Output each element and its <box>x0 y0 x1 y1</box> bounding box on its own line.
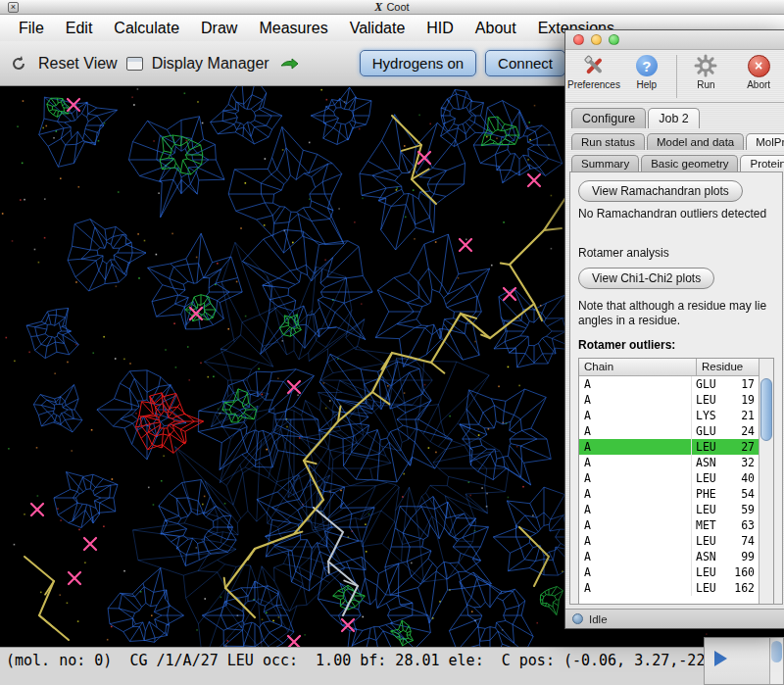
residue-cell: LEU 19 <box>692 392 759 408</box>
table-row[interactable]: A LEU 162 <box>579 580 759 596</box>
residue-number: 74 <box>731 533 755 549</box>
tab-model-and-data[interactable]: Model and data <box>647 133 744 150</box>
residue-cell: LEU 59 <box>692 502 759 517</box>
molprobity-tab-row: Summary Basic geometry Protein C <box>565 150 784 171</box>
residue-number: 40 <box>731 470 755 486</box>
display-manager-icon[interactable] <box>126 57 143 71</box>
table-row[interactable]: A LEU 27 <box>579 439 759 455</box>
tab-basic-geometry[interactable]: Basic geometry <box>641 155 738 171</box>
menu-item[interactable]: File <box>8 20 55 37</box>
table-row[interactable]: A LEU 74 <box>579 533 759 549</box>
run-button[interactable]: Run <box>680 53 733 90</box>
menu-item[interactable]: Validate <box>339 20 416 37</box>
tab-summary[interactable]: Summary <box>571 155 639 171</box>
protein-panel: View Ramachandran plots No Ramachandran … <box>569 171 783 605</box>
background-window-panel <box>705 638 769 684</box>
table-scrollbar[interactable] <box>759 359 773 604</box>
rotamer-analysis-label: Rotamer analysis <box>578 246 774 260</box>
job-tab-row: Run status Model and data MolProbity <box>565 128 784 150</box>
residue-cell: LYS 21 <box>692 408 759 423</box>
help-label: Help <box>636 79 657 90</box>
residue-number: 99 <box>731 549 755 564</box>
rotamer-table-body: A GLU 17 A LEU 19 <box>579 376 759 596</box>
abort-button[interactable]: × Abort <box>732 53 784 90</box>
residue-name: PHE <box>696 486 731 502</box>
residue-name: ASN <box>696 549 731 564</box>
atom-status-bar: (mol. no: 0) CG /1/A/27 LEU occ: 1.00 bf… <box>0 647 784 685</box>
tab-protein[interactable]: Protein <box>740 155 784 171</box>
table-row[interactable]: A MET 63 <box>579 517 759 533</box>
dialog-title-bar[interactable] <box>565 30 784 50</box>
display-manager-button[interactable]: Display Manager <box>152 55 270 73</box>
residue-name: LEU <box>696 392 731 408</box>
residue-cell: LEU 27 <box>692 439 759 455</box>
chain-cell: A <box>579 455 692 470</box>
close-traffic-light[interactable] <box>573 34 584 45</box>
main-title-bar[interactable]: × X Coot <box>0 0 784 15</box>
table-row[interactable]: A LEU 160 <box>579 564 759 580</box>
view-ramachandran-plots-button[interactable]: View Ramachandran plots <box>578 180 743 202</box>
background-scrollbar[interactable] <box>769 638 783 684</box>
chain-cell: A <box>579 533 692 549</box>
menu-item[interactable]: Edit <box>55 20 104 37</box>
residue-cell: LEU 40 <box>692 470 759 486</box>
table-row[interactable]: A LEU 19 <box>579 392 759 408</box>
table-row[interactable]: A ASN 32 <box>579 455 759 470</box>
tab-molprobity[interactable]: MolProbity <box>746 133 784 150</box>
chain-column-header[interactable]: Chain <box>579 359 697 375</box>
table-row[interactable]: A LEU 40 <box>579 470 759 486</box>
menu-item[interactable]: Draw <box>190 20 248 37</box>
table-scrollbar-thumb[interactable] <box>760 378 772 441</box>
table-row[interactable]: A GLU 24 <box>579 423 759 439</box>
tools-icon <box>581 53 607 78</box>
window-title: Coot <box>386 1 409 13</box>
residue-cell: GLU 17 <box>692 376 759 392</box>
table-row[interactable]: A LYS 21 <box>579 408 759 423</box>
screen: × X Coot FileEditCalculateDrawMeasuresVa… <box>0 0 784 685</box>
hydrogens-toggle-button[interactable]: Hydrogens on <box>360 50 476 76</box>
residue-column-header[interactable]: Residue <box>697 359 759 375</box>
connect-toggle-button[interactable]: Connect <box>485 50 565 76</box>
residue-cell: GLU 24 <box>692 423 759 439</box>
status-indicator-icon <box>572 613 583 624</box>
menu-item[interactable]: Calculate <box>103 20 190 37</box>
dialog-toolbar: Preferences ? Help <box>565 50 784 103</box>
tab-run-status[interactable]: Run status <box>571 133 645 150</box>
preferences-button[interactable]: Preferences <box>567 53 620 90</box>
table-row[interactable]: A LEU 59 <box>579 502 759 517</box>
residue-number: 27 <box>731 439 755 455</box>
chain-cell: A <box>579 408 692 423</box>
zoom-traffic-light[interactable] <box>609 34 619 45</box>
table-row[interactable]: A PHE 54 <box>579 486 759 502</box>
preferences-label: Preferences <box>567 79 620 90</box>
reset-view-icon[interactable] <box>8 53 29 74</box>
residue-name: ASN <box>696 455 731 470</box>
close-icon[interactable]: × <box>8 2 19 13</box>
chain-cell: A <box>579 486 692 502</box>
go-arrow-icon[interactable] <box>278 53 300 74</box>
rotamer-outliers-label: Rotamer outliers: <box>578 338 774 352</box>
abort-icon: × <box>746 53 771 78</box>
residue-number: 54 <box>731 486 755 502</box>
tab-configure[interactable]: Configure <box>571 108 646 128</box>
view-chi1-chi2-plots-button[interactable]: View Chi1-Chi2 plots <box>578 268 714 289</box>
menu-item[interactable]: Measures <box>248 20 338 37</box>
minimize-traffic-light[interactable] <box>591 34 602 45</box>
residue-name: LEU <box>696 533 731 549</box>
residue-name: LEU <box>696 502 731 517</box>
reset-view-button[interactable]: Reset View <box>38 55 118 73</box>
play-icon[interactable] <box>714 651 727 666</box>
residue-name: LEU <box>696 470 731 486</box>
scrollbar-thumb[interactable] <box>771 641 782 662</box>
residue-cell: MET 63 <box>692 517 759 533</box>
top-tab-row: Configure Job 2 <box>565 103 784 128</box>
menu-item[interactable]: HID <box>416 20 465 37</box>
tab-job-2[interactable]: Job 2 <box>648 108 700 128</box>
help-button[interactable]: ? Help <box>620 53 673 90</box>
table-row[interactable]: A GLU 17 <box>579 376 759 392</box>
residue-cell: PHE 54 <box>692 486 759 502</box>
table-row[interactable]: A ASN 99 <box>579 549 759 564</box>
residue-name: LEU <box>696 580 731 596</box>
menu-item[interactable]: About <box>465 20 527 37</box>
residue-number: 32 <box>731 455 755 470</box>
